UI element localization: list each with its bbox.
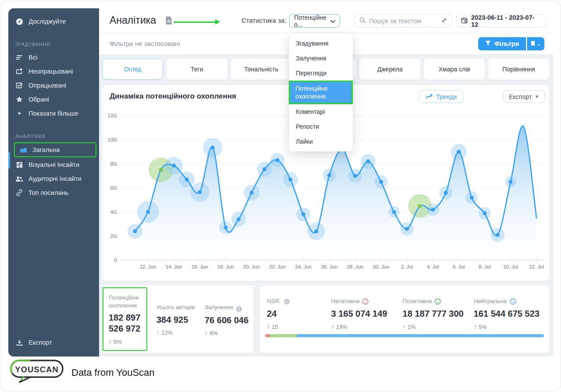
stat-delta: ↑1% [403,323,474,330]
svg-text:12. Jul: 12. Jul [529,264,544,269]
sentiment-bar-positive [270,334,297,337]
search-placeholder: Пошук за текстом [369,18,438,25]
dropdown-item[interactable]: Залучення [289,51,353,66]
trends-button[interactable]: Тренди [419,90,463,103]
tab-3[interactable]: Тональність [231,59,292,80]
sidebar-item-label: Неопрацьовані [28,68,73,75]
chart-export-label: Експорт [509,93,532,100]
positive-face-icon [434,298,441,305]
filters-button[interactable]: Фільтри [478,37,526,50]
stat-value: 24 [267,308,331,319]
sidebar-section-title: ЗГАДУВАННЯ [15,42,92,47]
statistic-type-select[interactable]: Потенційне о... [289,14,340,28]
sidebar-item-0-4[interactable]: Показати більше [8,106,99,120]
up-arrow-icon: ↑ [267,323,270,330]
sentiment-distribution-bar [265,334,544,337]
tab-1[interactable]: Огляд [102,59,163,80]
sidebar-item-1-2[interactable]: Аудиторні Інсайти [8,172,99,186]
youscan-logo: YOUSCAN [10,360,65,386]
sidebar-item-1-1[interactable]: Візуальні Інсайти [8,158,99,172]
svg-text:26. Jun: 26. Jun [321,264,337,269]
svg-text:2. Jul: 2. Jul [401,264,413,269]
up-arrow-icon: ↑ [156,329,160,336]
svg-text:16. Jun: 16. Jun [192,264,208,269]
app-frame: Досліджуйте ЗГАДУВАННЯВсіНеопрацьованіОп… [0,0,561,392]
sentiment-stat-neutral: Нейтральна 161 544 675 523↑5% [474,297,542,330]
footer-caption: Data from YouScan [71,367,155,378]
svg-text:12. Jun: 12. Jun [140,264,156,269]
stat-value: 3 165 074 149 [331,308,403,319]
svg-text:12G: 12G [107,113,117,118]
sentiment-stat-positive: Позитивна 18 187 777 300↑1% [403,297,474,330]
chart-export-button[interactable]: Експорт ▼ [503,90,545,103]
dropdown-item[interactable]: Перегляди [289,66,353,81]
chevron-down-icon [330,18,335,25]
annotation-arrow [174,21,216,23]
lines-icon [15,53,23,61]
filters-status-text: Фільтри не застосовані [110,33,180,54]
sidebar-section-title: АНАЛІТИКА [15,134,92,139]
area-chart-icon [19,146,27,154]
summary-card: Потенційне охоплення182 897 526 972↑5%Ус… [102,285,254,353]
sentiment-stat-negative: Негативна 3 165 074 149↑19% [331,297,403,330]
expand-icon[interactable] [441,17,447,25]
stat-label: Позитивна [403,297,474,305]
stat-delta: ↑8% [205,330,250,337]
nsr-stat: NSRi24↑15 [267,297,331,330]
sidebar-item-label: Експорт [28,339,52,346]
tab-2[interactable]: Теги [167,59,227,80]
annotation-box [103,287,147,351]
sidebar-item-1-0[interactable]: Загальна [15,143,96,156]
stat-label: Усього авторів [156,304,202,311]
compass-icon [15,18,23,25]
summary-stat: Залучення i76 606 046↑8% [205,304,250,337]
dropdown-item[interactable]: Лайки [289,134,353,149]
people-icon [15,175,23,183]
chevron-down-icon: ⌄ [536,41,540,47]
sidebar-item-label: Візуальні Інсайти [28,161,79,168]
stat-label: Негативна [331,297,403,305]
sidebar-item-label: Досліджуйте [28,18,66,25]
info-icon[interactable]: i [236,306,242,312]
stat-value: 18 187 777 300 [403,308,474,319]
dropdown-item-selected[interactable]: Потенційне охоплення [289,81,353,104]
sidebar-item-0-1[interactable]: Неопрацьовані [8,64,99,78]
svg-text:10. Jul: 10. Jul [503,264,518,269]
dropdown-item[interactable]: Коментарі [289,104,353,119]
svg-text:10G: 10G [107,137,117,142]
inbox-dot-icon [15,67,23,75]
sidebar-item-explore[interactable]: Досліджуйте [8,14,99,28]
svg-text:18. Jun: 18. Jun [217,264,234,269]
dropdown-item[interactable]: Згадування [289,36,353,51]
sentiment-card: NSRi24↑15Негативна 3 165 074 149↑19%Пози… [260,285,549,353]
svg-text:6G: 6G [110,185,117,191]
svg-text:2G: 2G [110,233,117,239]
caret-down-icon [15,109,23,117]
check-square-icon [15,81,23,89]
date-range-picker[interactable]: 2023-06-11 - 2023-07-12 [456,14,546,28]
date-range-value: 2023-06-11 - 2023-07-12 [471,14,541,28]
sidebar-item-export[interactable]: Експорт [8,335,99,350]
dropdown-item[interactable]: Репости [289,119,353,134]
filters-button-label: Фільтри [494,40,519,47]
info-icon[interactable]: i [284,299,290,304]
statistic-type-dropdown: ЗгадуванняЗалученняПереглядиПотенційне о… [289,33,353,152]
sidebar-item-0-3[interactable]: Обрані [8,92,99,106]
tab-5[interactable]: Джерела [359,59,420,80]
search-input[interactable]: Пошук за текстом [355,14,452,28]
up-arrow-icon: ↑ [331,323,334,330]
sidebar: Досліджуйте ЗГАДУВАННЯВсіНеопрацьованіОп… [8,8,99,357]
tab-7[interactable]: Порівняння [488,59,549,80]
sidebar-item-label: Аудиторні Інсайти [28,175,82,182]
report-document-icon[interactable] [166,16,172,26]
funnel-icon [485,40,491,47]
bookmark-icon [531,41,535,47]
select-value: Потенційне о... [294,14,330,28]
sidebar-item-0-0[interactable]: Всі [8,50,99,64]
stat-label: NSRi [267,297,331,305]
sidebar-item-0-2[interactable]: Опрацьовані [8,78,99,92]
tab-6[interactable]: Хмара слів [424,59,485,80]
saved-filters-button[interactable]: ⌄ [527,37,544,50]
negative-face-icon [362,298,369,305]
sidebar-item-1-3[interactable]: Топ посилань [8,186,99,200]
